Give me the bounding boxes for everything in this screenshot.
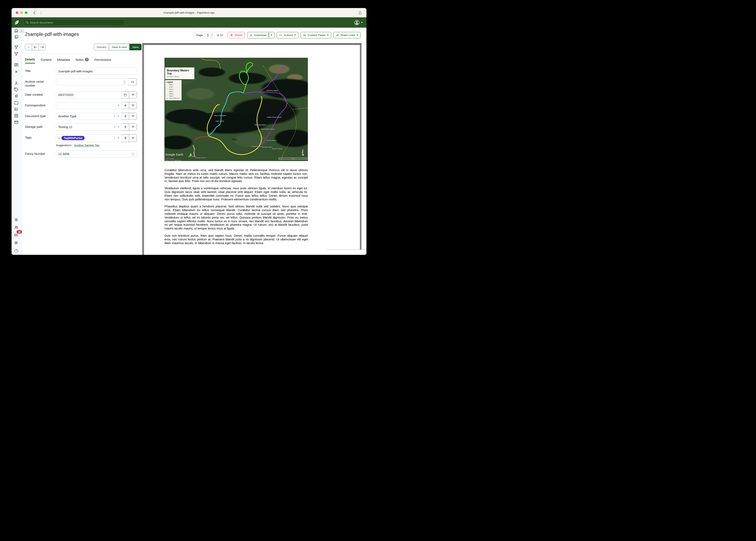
svg-text:N: N bbox=[302, 153, 304, 156]
clear-icon[interactable]: × bbox=[114, 137, 116, 140]
notes-count-badge: 1 bbox=[85, 58, 89, 61]
chevron-down-icon[interactable] bbox=[118, 126, 119, 127]
share-links-button[interactable]: Share Links bbox=[333, 32, 361, 38]
island-label: Gary Island bbox=[215, 120, 224, 122]
sidebar-item-correspondents[interactable] bbox=[14, 81, 19, 86]
close-window-button[interactable] bbox=[16, 11, 18, 14]
previous-document-button[interactable] bbox=[32, 44, 39, 50]
search-input[interactable] bbox=[24, 19, 125, 26]
asn-stepper[interactable] bbox=[123, 80, 126, 84]
sidebar-item-users-groups[interactable] bbox=[14, 225, 19, 230]
top-navbar bbox=[12, 17, 366, 28]
actions-button[interactable]: Actions bbox=[277, 32, 298, 38]
delete-button[interactable]: Delete bbox=[228, 32, 245, 38]
download-button[interactable]: Download bbox=[247, 32, 269, 38]
chevron-down-icon[interactable] bbox=[118, 138, 119, 139]
asn-plus-one-button[interactable]: +1 bbox=[128, 78, 137, 85]
sidebar-item-document-types[interactable] bbox=[14, 94, 19, 98]
map-legend: Legend ∴Day 1∴Day 2∴Day 3∴Day 4∴Day 5∴Da… bbox=[165, 80, 182, 100]
document-type-select[interactable]: Another Type × bbox=[56, 113, 122, 120]
tag-chip[interactable]: TagWithPartial bbox=[61, 136, 85, 140]
browser-forward-icon[interactable] bbox=[39, 11, 43, 15]
add-document-type-button[interactable] bbox=[121, 113, 129, 120]
tags-label: Tags bbox=[25, 134, 56, 142]
share-icon[interactable] bbox=[358, 11, 362, 15]
page-number-input[interactable]: 1 bbox=[205, 32, 215, 38]
date-created-input[interactable]: 03/27/2022 bbox=[56, 91, 122, 98]
sidebar-item-workflows[interactable] bbox=[14, 113, 19, 118]
title-input[interactable]: 2sample-pdf-with-images bbox=[56, 68, 137, 75]
sidebar-item-close-all-icon[interactable] bbox=[14, 70, 19, 74]
sidebar-expand-button[interactable]: » bbox=[19, 28, 24, 33]
fancy-number-input[interactable]: 12.3456 bbox=[56, 151, 137, 158]
island-label: Squirrel Island bbox=[272, 148, 282, 150]
filter-by-tag-button[interactable] bbox=[129, 134, 137, 142]
fancy-number-stepper[interactable] bbox=[131, 152, 135, 156]
clear-icon[interactable]: × bbox=[114, 125, 116, 129]
sidebar-item-settings[interactable] bbox=[14, 218, 19, 222]
sidebar-item-custom-fields[interactable] bbox=[14, 107, 19, 112]
filter-by-date-button[interactable] bbox=[129, 91, 137, 98]
chevron-down-icon[interactable] bbox=[118, 105, 119, 106]
minimize-window-button[interactable] bbox=[20, 11, 23, 14]
custom-fields-button[interactable]: Custom Fields bbox=[301, 32, 331, 38]
clear-icon[interactable]: × bbox=[114, 115, 116, 118]
sidebar-item-documents[interactable] bbox=[14, 35, 19, 39]
suggestions-label: Suggestions: bbox=[56, 144, 72, 147]
storage-path-select[interactable]: Testing 12 × bbox=[56, 124, 122, 131]
sidebar-item-open-document[interactable] bbox=[14, 63, 19, 67]
discard-button[interactable]: Discard bbox=[94, 44, 109, 50]
island-label: Charlies Island bbox=[195, 157, 206, 159]
search-icon bbox=[25, 21, 29, 24]
save-and-next-button[interactable]: Save & next bbox=[109, 44, 130, 50]
sidebar-item-mail[interactable] bbox=[14, 120, 19, 125]
sidebar-item-storage-paths[interactable] bbox=[14, 101, 19, 105]
page-total-label: of 10 bbox=[215, 32, 225, 38]
chevron-down-icon bbox=[361, 22, 363, 23]
filter-by-storage-path-button[interactable] bbox=[129, 124, 137, 131]
sidebar-item-saved-view-2[interactable] bbox=[14, 52, 19, 56]
pdf-page: Boundary Waters Trip Six days in BWCA Le… bbox=[144, 45, 360, 255]
sidebar-item-dashboard[interactable] bbox=[14, 28, 19, 33]
correspondent-select[interactable] bbox=[56, 102, 122, 109]
sidebar-item-logs[interactable] bbox=[14, 241, 19, 245]
tab-notes[interactable]: Notes1 bbox=[76, 58, 89, 63]
tab-content[interactable]: Content bbox=[41, 58, 52, 63]
pdf-preview-pane[interactable]: Boundary Waters Trip Six days in BWCA Le… bbox=[142, 43, 361, 255]
filter-by-document-type-button[interactable] bbox=[129, 113, 137, 120]
document-nav-group bbox=[25, 44, 46, 50]
next-document-button[interactable] bbox=[39, 44, 46, 50]
storage-path-label: Storage path bbox=[25, 124, 56, 131]
add-storage-path-button[interactable] bbox=[121, 124, 129, 131]
close-document-button[interactable] bbox=[25, 44, 32, 50]
sidebar-item-tags[interactable] bbox=[14, 87, 19, 92]
asn-input[interactable] bbox=[56, 78, 128, 85]
browser-back-icon[interactable] bbox=[33, 11, 36, 15]
suggested-tag-link[interactable]: Another Sample Tag bbox=[74, 144, 99, 147]
legend-item: ∴Day 4 bbox=[166, 91, 180, 92]
user-menu[interactable] bbox=[354, 20, 363, 25]
save-button[interactable]: Save bbox=[129, 44, 142, 50]
tab-metadata[interactable]: Metadata bbox=[57, 58, 70, 63]
calendar-button[interactable] bbox=[121, 91, 129, 98]
sidebar-item-saved-view-1[interactable] bbox=[14, 45, 19, 50]
add-tag-button[interactable] bbox=[121, 134, 129, 142]
island-label: Half Dog Island bbox=[254, 124, 266, 126]
tags-select[interactable]: ×TagWithPartial × bbox=[56, 134, 122, 142]
zoom-window-button[interactable] bbox=[25, 11, 27, 14]
north-arrow-icon: N bbox=[301, 149, 305, 157]
chevron-down-icon[interactable] bbox=[118, 116, 119, 117]
remove-tag-icon[interactable]: × bbox=[58, 137, 60, 140]
island-label: Norway Island bbox=[262, 146, 272, 148]
tab-permissions[interactable]: Permissions bbox=[94, 58, 111, 63]
tasks-count-badge: 16 bbox=[17, 230, 22, 234]
page-stepper[interactable] bbox=[210, 33, 214, 37]
legend-item: ∴Day 2 bbox=[166, 86, 180, 88]
document-paragraph: Curabitur bibendum ante urna, sed blandi… bbox=[164, 169, 308, 183]
add-correspondent-button[interactable] bbox=[121, 102, 129, 109]
download-options-button[interactable] bbox=[269, 32, 274, 38]
filter-by-correspondent-button[interactable] bbox=[129, 102, 137, 109]
asn-field-label: Archive serial number bbox=[25, 78, 56, 88]
sidebar-item-documentation[interactable] bbox=[14, 249, 19, 253]
tab-details[interactable]: Details bbox=[25, 58, 35, 64]
